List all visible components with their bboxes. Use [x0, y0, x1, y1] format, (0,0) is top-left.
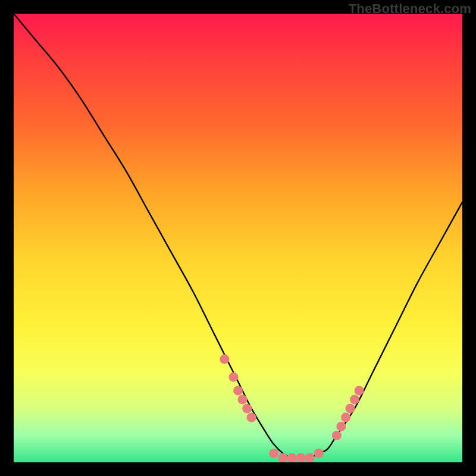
data-marker — [305, 453, 315, 463]
data-marker — [341, 413, 350, 422]
data-marker — [314, 449, 324, 458]
data-marker — [229, 372, 239, 382]
data-marker — [238, 394, 248, 404]
data-marker — [346, 404, 355, 414]
data-marker — [220, 355, 229, 364]
data-marker — [278, 453, 287, 463]
data-marker — [296, 453, 306, 463]
plot-area — [14, 14, 462, 462]
data-marker — [336, 422, 346, 431]
data-marker — [269, 449, 278, 458]
watermark-text: TheBottleneck.com — [349, 1, 471, 17]
data-marker — [247, 413, 256, 422]
data-marker — [233, 386, 243, 395]
data-marker — [350, 394, 359, 404]
data-marker — [332, 431, 342, 440]
data-marker — [287, 453, 297, 463]
data-marker — [242, 404, 252, 414]
data-markers — [220, 355, 364, 462]
chart-svg — [14, 14, 462, 462]
data-marker — [355, 386, 364, 395]
chart-frame: TheBottleneck.com — [0, 0, 476, 476]
